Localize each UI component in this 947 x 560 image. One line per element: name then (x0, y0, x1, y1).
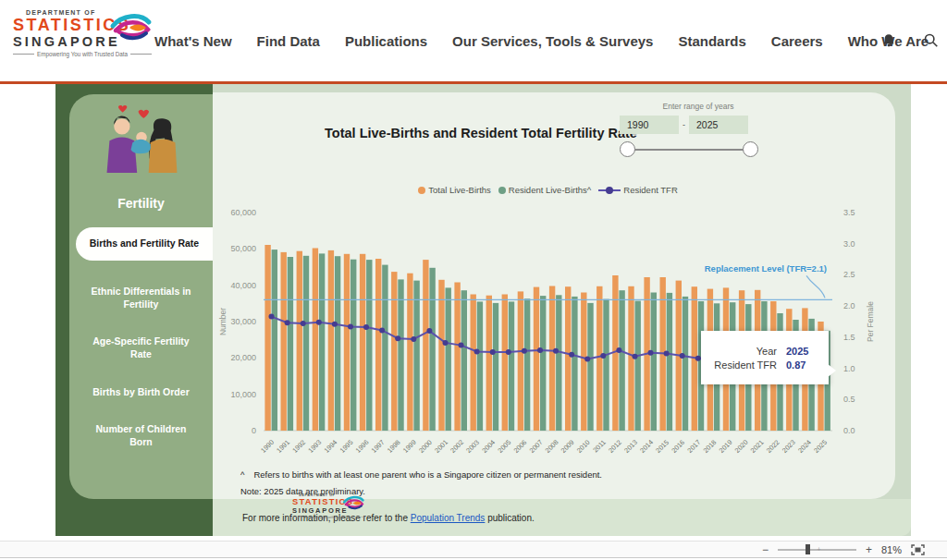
legend-label: Total Live-Births (428, 185, 491, 195)
year-from-input[interactable] (620, 116, 679, 134)
chart-panel: Total Live-Births and Resident Total Fer… (213, 92, 895, 499)
legend-item-resident-tfr[interactable]: Resident TFR (598, 185, 677, 195)
page: DEPARTMENT OF STATISTICS SINGAPORE Empow… (0, 0, 947, 560)
sidebar-title: Fertility (117, 196, 165, 211)
family-illustration (86, 103, 197, 192)
population-trends-link[interactable]: Population Trends (411, 513, 486, 523)
svg-text:2006: 2006 (511, 438, 528, 455)
slider-handle-right[interactable] (743, 141, 758, 157)
sidebar-item-ethnic-differentials-in-fertility[interactable]: Ethnic Differentials in Fertility (84, 286, 199, 310)
legend-item-total-live-births[interactable]: Total Live-Births (418, 185, 491, 195)
svg-text:2.5: 2.5 (843, 270, 855, 279)
svg-text:2007: 2007 (528, 438, 545, 455)
tooltip-row: Year2025 (701, 346, 818, 357)
svg-text:2021: 2021 (749, 438, 766, 455)
svg-text:2013: 2013 (622, 438, 639, 455)
legend-label: Resident Live-Births^ (509, 185, 591, 195)
legend-item-resident-live-births[interactable]: Resident Live-Births^ (498, 185, 591, 195)
zoom-level: 81% (881, 544, 902, 555)
slider-track[interactable] (627, 149, 751, 151)
sidebar-item-births-and-fertility-rate[interactable]: Births and Fertility Rate (76, 227, 213, 261)
footer-text-post: publication. (485, 513, 534, 523)
year-range-slider[interactable] (620, 141, 777, 158)
svg-text:2018: 2018 (701, 438, 718, 455)
svg-text:2002: 2002 (449, 438, 465, 455)
svg-text:2019: 2019 (718, 438, 734, 455)
svg-text:2014: 2014 (638, 438, 655, 455)
svg-text:1990: 1990 (259, 438, 276, 455)
report-footer-text: For more information, please refer to th… (242, 513, 535, 523)
year-range-control: Enter range of years - (620, 102, 777, 158)
svg-text:1992: 1992 (290, 438, 307, 455)
nav-menu: What's NewFind DataPublicationsOur Servi… (154, 0, 929, 81)
svg-text:1994: 1994 (322, 438, 338, 455)
legend-marker (598, 189, 621, 191)
zoom-slider-handle[interactable] (806, 544, 810, 554)
nav-item-our-services-tools-surveys[interactable]: Our Services, Tools & Surveys (452, 33, 653, 49)
nav-item-standards[interactable]: Standards (678, 33, 745, 49)
legend-marker (498, 187, 506, 194)
svg-text:1.5: 1.5 (843, 333, 855, 342)
svg-text:2005: 2005 (496, 438, 512, 455)
footer-dos-logo: DEPARTMENT OF STATISTICS SINGAPORE Empow… (292, 493, 364, 525)
svg-text:1.0: 1.0 (843, 364, 855, 373)
range-label: Enter range of years (620, 102, 777, 111)
zoom-out-button[interactable]: − (762, 544, 769, 555)
svg-text:2015: 2015 (654, 438, 670, 455)
nav-item-what-s-new[interactable]: What's New (154, 33, 232, 49)
svg-text:1995: 1995 (338, 438, 355, 455)
svg-text:Number: Number (218, 308, 228, 335)
svg-text:1993: 1993 (306, 438, 323, 455)
svg-text:2001: 2001 (433, 438, 449, 455)
svg-text:Replacement Level (TFR=2.1): Replacement Level (TFR=2.1) (705, 263, 827, 274)
year-to-input[interactable] (689, 116, 748, 134)
svg-text:2010: 2010 (575, 438, 592, 455)
chart-tooltip: Year2025Resident TFR0.87 (701, 331, 829, 384)
svg-text:50,000: 50,000 (230, 244, 256, 253)
slider-handle-left[interactable] (620, 141, 635, 157)
tooltip-value: 2025 (786, 346, 818, 357)
zoom-slider-midpoint: + (817, 546, 820, 553)
zoom-in-button[interactable]: + (866, 544, 872, 555)
sidebar-item-age-specific-fertility-rate[interactable]: Age-Specific Fertility Rate (84, 335, 199, 360)
notification-bell-icon[interactable] (880, 32, 897, 49)
footnote-1-text: Refers to births with at least one paren… (253, 469, 602, 480)
svg-text:2022: 2022 (765, 438, 781, 455)
search-icon[interactable] (923, 32, 940, 49)
zoom-bar: − + + 81% (0, 541, 947, 558)
footer-swoosh-icon (342, 494, 365, 512)
svg-text:2004: 2004 (480, 438, 497, 455)
chart-legend: Total Live-BirthsResident Live-Births^Re… (264, 185, 832, 195)
nav-item-careers[interactable]: Careers (771, 33, 823, 49)
dos-logo[interactable]: DEPARTMENT OF STATISTICS SINGAPORE Empow… (13, 9, 152, 70)
svg-text:1999: 1999 (401, 438, 418, 455)
legend-label: Resident TFR (623, 185, 677, 195)
zoom-slider[interactable]: + (778, 549, 856, 551)
nav-item-find-data[interactable]: Find Data (257, 33, 320, 49)
sidebar-item-births-by-birth-order[interactable]: Births by Birth Order (84, 386, 199, 399)
svg-text:1998: 1998 (386, 438, 402, 455)
svg-text:30,000: 30,000 (230, 317, 256, 326)
legend-marker (418, 187, 425, 194)
svg-text:0.5: 0.5 (843, 395, 855, 404)
footnote-marker: ^ (240, 469, 244, 480)
svg-text:40,000: 40,000 (230, 281, 256, 290)
svg-text:2011: 2011 (591, 438, 607, 454)
svg-text:2.0: 2.0 (843, 301, 855, 310)
tooltip-row: Resident TFR0.87 (701, 359, 818, 371)
tooltip-label: Resident TFR (714, 359, 777, 371)
svg-text:2017: 2017 (685, 438, 702, 455)
svg-text:2000: 2000 (417, 438, 434, 455)
svg-text:Per Female: Per Female (866, 301, 875, 342)
top-header: DEPARTMENT OF STATISTICS SINGAPORE Empow… (0, 0, 947, 81)
svg-text:1991: 1991 (275, 438, 291, 455)
nav-item-publications[interactable]: Publications (345, 33, 427, 49)
fit-to-page-icon[interactable] (911, 544, 925, 555)
sidebar-item-number-of-children-born[interactable]: Number of Children Born (84, 423, 199, 448)
svg-text:1997: 1997 (370, 438, 387, 455)
svg-text:2020: 2020 (733, 438, 750, 455)
svg-text:2012: 2012 (607, 438, 623, 455)
svg-text:0.0: 0.0 (843, 426, 855, 435)
svg-text:2009: 2009 (560, 438, 576, 455)
sidebar-frame: Fertility Births and Fertility RateEthni… (55, 84, 213, 536)
